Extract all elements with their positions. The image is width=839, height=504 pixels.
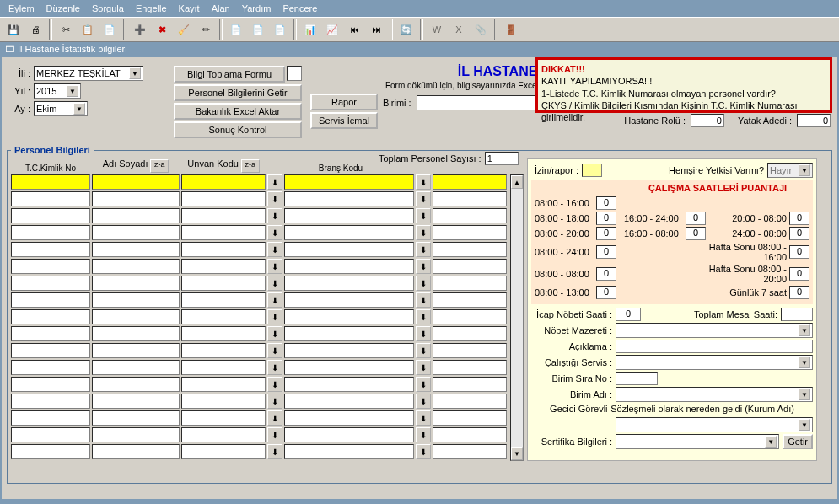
brans-cell[interactable] [284,276,414,291]
ad-cell[interactable] [92,259,180,274]
menu-pencere[interactable]: Pencere [277,2,322,15]
extra-cell[interactable] [433,174,507,190]
brans-cell[interactable] [284,225,414,240]
brans-cell[interactable] [284,410,414,426]
ad-cell[interactable] [92,427,180,442]
unvan-cell[interactable] [181,410,266,426]
brans-cell[interactable] [284,427,414,442]
extra-cell[interactable] [433,259,507,274]
download-icon[interactable]: ⬇ [416,343,431,358]
brans-cell[interactable] [284,208,414,223]
sort-unvan-button[interactable]: z-a [241,159,260,173]
doc3-icon[interactable]: 📄 [270,19,290,40]
extra-cell[interactable] [433,225,507,240]
ad-cell[interactable] [92,444,180,459]
ad-cell[interactable] [92,326,180,341]
tc-cell[interactable] [11,343,90,358]
ad-cell[interactable] [92,292,180,308]
unvan-cell[interactable] [181,225,266,240]
menu-kayit[interactable]: Kayıt [174,2,205,15]
edit-icon[interactable]: ✏ [196,19,216,40]
tc-cell[interactable] [11,276,90,291]
unvan-cell[interactable] [181,242,266,257]
download-icon[interactable]: ⬇ [267,343,282,358]
download-icon[interactable]: ⬇ [416,225,431,240]
brans-cell[interactable] [284,326,414,341]
sort-ad-button[interactable]: z-a [150,159,169,173]
download-icon[interactable]: ⬇ [267,225,282,240]
bakanlik-excel-button[interactable]: Bakanlık Excel Aktar [174,103,302,120]
download-icon[interactable]: ⬇ [267,276,282,291]
download-icon[interactable]: ⬇ [416,174,431,190]
ad-cell[interactable] [92,410,180,426]
extra-cell[interactable] [433,427,507,442]
sertifika-combo[interactable]: ▼ [616,434,779,449]
ad-cell[interactable] [92,360,180,375]
brans-cell[interactable] [284,309,414,324]
unvan-cell[interactable] [181,174,266,190]
toplam-mesai-input[interactable] [781,308,813,321]
izin-rapor-input[interactable] [582,164,602,177]
download-icon[interactable]: ⬇ [416,360,431,375]
delete-icon[interactable]: ✖ [152,19,172,40]
shift-input[interactable]: 0 [789,212,809,225]
unvan-cell[interactable] [181,427,266,442]
brans-cell[interactable] [284,360,414,375]
extra-cell[interactable] [433,343,507,358]
cut-icon[interactable]: ✂ [56,19,76,40]
ad-cell[interactable] [92,309,180,324]
tc-cell[interactable] [11,191,90,206]
tc-cell[interactable] [11,259,90,274]
extra-cell[interactable] [433,292,507,308]
brans-cell[interactable] [284,174,414,190]
chart2-icon[interactable]: 📈 [322,19,342,40]
menu-yardim[interactable]: Yardım [237,2,277,15]
brans-cell[interactable] [284,242,414,257]
extra-cell[interactable] [433,326,507,341]
ad-cell[interactable] [92,208,180,223]
download-icon[interactable]: ⬇ [267,259,282,274]
attach-icon[interactable]: 📎 [471,19,491,40]
unvan-cell[interactable] [181,292,266,308]
excel-icon[interactable]: X [449,19,469,40]
icap-nobeti-input[interactable]: 0 [616,308,641,321]
download-icon[interactable]: ⬇ [267,191,282,206]
download-icon[interactable]: ⬇ [416,309,431,324]
ad-cell[interactable] [92,191,180,206]
shift-input[interactable]: 0 [789,245,809,259]
download-icon[interactable]: ⬇ [267,444,282,459]
unvan-cell[interactable] [181,326,266,341]
last-icon[interactable]: ⏭ [366,19,386,40]
extra-cell[interactable] [433,276,507,291]
il-combo[interactable]: MERKEZ TEŞKİLAT ▼ [34,66,143,81]
menu-engelle[interactable]: Engelle [131,2,172,15]
scroll-up-icon[interactable]: ▲ [511,175,523,189]
unvan-cell[interactable] [181,377,266,392]
unvan-cell[interactable] [181,360,266,375]
exit-icon[interactable]: 🚪 [501,19,521,40]
clear-icon[interactable]: 🧹 [174,19,194,40]
brans-cell[interactable] [284,191,414,206]
download-icon[interactable]: ⬇ [267,326,282,341]
bilgi-toplama-button[interactable]: Bilgi Toplama Formu [174,66,285,83]
shift-input[interactable]: 0 [686,227,706,240]
hemsire-combo[interactable]: Hayır ▼ [767,163,813,178]
download-icon[interactable]: ⬇ [267,174,282,190]
tc-cell[interactable] [11,360,90,375]
ad-cell[interactable] [92,377,180,392]
extra-cell[interactable] [433,394,507,409]
gecici-combo[interactable]: ▼ [616,417,813,432]
tc-cell[interactable] [11,174,90,190]
download-icon[interactable]: ⬇ [416,191,431,206]
menu-eylem[interactable]: Eylem [3,2,40,15]
menu-alan[interactable]: Alan [207,2,235,15]
download-icon[interactable]: ⬇ [267,427,282,442]
chevron-down-icon[interactable]: ▼ [73,103,85,115]
chevron-down-icon[interactable]: ▼ [799,164,810,176]
bilgi-toplama-input[interactable] [287,66,302,81]
unvan-cell[interactable] [181,444,266,459]
extra-cell[interactable] [433,410,507,426]
unvan-cell[interactable] [181,276,266,291]
servis-icmal-button[interactable]: Servis İcmal [310,112,378,129]
brans-cell[interactable] [284,377,414,392]
